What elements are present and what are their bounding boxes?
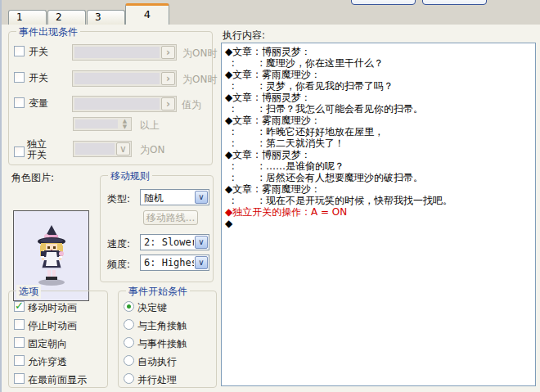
event-command-list[interactable]: ◆文章 : 博丽灵梦： : : 魔理沙，你在这里干什么？ ◆文章 : 雾雨魔理沙…: [221, 43, 536, 386]
option-stop-anim-checkbox[interactable]: [14, 319, 25, 330]
trigger-event-touch-radio[interactable]: [124, 337, 134, 348]
dropdown-arrow-icon[interactable]: ∨: [195, 191, 208, 204]
trigger-title: 事件开始条件: [126, 285, 190, 299]
dropdown-arrow-icon[interactable]: ∨: [195, 236, 208, 249]
exec-content-label: 执行内容:: [223, 29, 265, 43]
graphic-label: 角色图片:: [11, 171, 54, 185]
command-line[interactable]: ◆文章 : 博丽灵梦：: [222, 46, 535, 57]
trigger-group: 事件开始条件 决定键 与主角接触 与事件接触 自动执行 并行处理: [118, 291, 217, 388]
browse-arrow-icon: ›: [161, 46, 175, 59]
command-line[interactable]: : : 现在不是开玩笑的时候，快帮我找一找吧。: [222, 195, 535, 206]
switch2-suffix: 为ON时: [182, 73, 217, 87]
clipped-button-2[interactable]: [422, 0, 487, 5]
command-line[interactable]: : : 昨晚它还好好地放在屋里，: [222, 126, 535, 137]
spin-down-icon: ▼: [123, 124, 127, 130]
option-through-label: 允许穿透: [28, 355, 67, 369]
command-line[interactable]: : : 扫帚？我怎么可能会看见你的扫帚。: [222, 103, 535, 115]
variable-combo: ›: [72, 96, 177, 112]
move-rules-group: 移动规则 类型: 随机∨ 移动路线... 速度: 2: Slower∨ 频度: …: [100, 175, 214, 282]
tab-page-1[interactable]: 1: [8, 10, 47, 25]
trigger-player-touch-label: 与主角接触: [137, 319, 187, 333]
options-title: 选项: [16, 285, 41, 299]
trigger-event-touch-label: 与事件接触: [137, 337, 187, 351]
self-switch-combo: ∨: [73, 141, 132, 157]
move-freq-combo[interactable]: 6: Highest∨: [140, 255, 209, 271]
command-line-empty[interactable]: ◆: [222, 218, 535, 229]
browse-arrow-icon: ›: [161, 72, 175, 85]
option-through-checkbox[interactable]: [14, 355, 25, 366]
trigger-parallel-radio[interactable]: [124, 373, 134, 384]
option-always-on-top-label: 在最前面显示: [28, 373, 87, 387]
appear-conditions-group: 事件出现条件 开关 › 为ON时 开关 › 为ON时 变量 › 值为 ▲▼ 以上…: [8, 31, 213, 165]
marisa-sprite: [29, 224, 74, 286]
dropdown-arrow-icon: ∨: [116, 142, 130, 155]
variable-label: 变量: [29, 97, 48, 110]
option-direction-fix-checkbox[interactable]: [14, 337, 25, 348]
move-speed-combo[interactable]: 2: Slower∨: [140, 234, 209, 250]
event-editor-dialog: 1 2 3 4 事件出现条件 开关 › 为ON时 开关 › 为ON时 变量 › …: [0, 0, 540, 392]
switch2-label: 开关: [29, 71, 48, 85]
trigger-action-key-label: 决定键: [137, 301, 167, 315]
move-route-button: 移动路线...: [143, 210, 198, 225]
option-walk-anim-label: 移动时动画: [28, 301, 77, 315]
browse-arrow-icon: ›: [161, 97, 175, 110]
option-walk-anim-checkbox[interactable]: ✓: [14, 301, 25, 312]
move-type-value: 随机: [144, 191, 194, 205]
dropdown-arrow-icon[interactable]: ∨: [195, 256, 208, 269]
move-speed-value: 2: Slower: [144, 237, 194, 248]
trigger-autorun-radio[interactable]: [124, 355, 134, 366]
self-switch-suffix: 为ON: [140, 143, 164, 157]
switch1-checkbox[interactable]: [14, 46, 25, 56]
variable-min-suffix: 以上: [140, 119, 160, 133]
command-line[interactable]: : : ……是谁偷的呢？: [222, 160, 535, 172]
command-line[interactable]: ◆文章 : 博丽灵梦：: [222, 92, 535, 103]
move-speed-label: 速度:: [107, 237, 130, 251]
switch2-combo: ›: [72, 70, 177, 87]
command-line[interactable]: : : 居然还会有人想要魔理沙的破扫帚。: [222, 172, 535, 183]
command-line[interactable]: : : 灵梦，你看见我的扫帚了吗？: [222, 80, 535, 92]
switch1-label: 开关: [29, 45, 48, 59]
tab-page-2[interactable]: 2: [47, 10, 86, 25]
move-rules-title: 移动规则: [108, 169, 152, 183]
move-freq-value: 6: Highest: [144, 257, 194, 268]
trigger-autorun-label: 自动执行: [137, 355, 177, 369]
command-line-self-switch[interactable]: ◆独立开关的操作 : A = ON: [222, 206, 535, 218]
appear-conditions-title: 事件出现条件: [16, 25, 80, 39]
options-group: 选项 ✓ 移动时动画 停止时动画 固定朝向 允许穿透 在最前面显示: [8, 291, 108, 388]
option-stop-anim-label: 停止时动画: [28, 319, 77, 333]
command-line[interactable]: ◆文章 : 博丽灵梦：: [222, 149, 535, 160]
self-switch-checkbox[interactable]: [14, 146, 25, 157]
switch1-combo: ›: [72, 44, 177, 61]
trigger-action-key-radio[interactable]: [124, 301, 134, 312]
command-line[interactable]: ◆文章 : 雾雨魔理沙：: [222, 69, 535, 80]
option-always-on-top-checkbox[interactable]: [14, 373, 25, 384]
move-type-combo[interactable]: 随机∨: [140, 189, 209, 205]
option-direction-fix-label: 固定朝向: [28, 337, 67, 351]
command-line[interactable]: : : 第二天就消失了！: [222, 137, 535, 149]
tab-page-4-active[interactable]: 4: [125, 3, 169, 25]
move-freq-label: 频度:: [107, 258, 130, 272]
self-switch-label-line2: 开关: [27, 148, 47, 162]
variable-value-spinner: ▲▼: [73, 117, 132, 131]
clipped-button-1[interactable]: [351, 0, 416, 5]
switch1-suffix: 为ON时: [182, 47, 217, 61]
variable-checkbox[interactable]: [14, 97, 25, 108]
command-line[interactable]: : : 魔理沙，你在这里干什么？: [222, 57, 535, 69]
trigger-parallel-label: 并行处理: [137, 373, 177, 387]
command-line[interactable]: ◆文章 : 雾雨魔理沙：: [222, 115, 535, 126]
move-type-label: 类型:: [107, 192, 130, 206]
variable-suffix: 值为: [182, 98, 201, 112]
check-icon: ✓: [15, 300, 24, 312]
command-line[interactable]: ◆文章 : 雾雨魔理沙：: [222, 183, 535, 195]
tab-page-3[interactable]: 3: [87, 10, 125, 25]
trigger-player-touch-radio[interactable]: [124, 319, 134, 330]
switch2-checkbox[interactable]: [14, 72, 25, 83]
